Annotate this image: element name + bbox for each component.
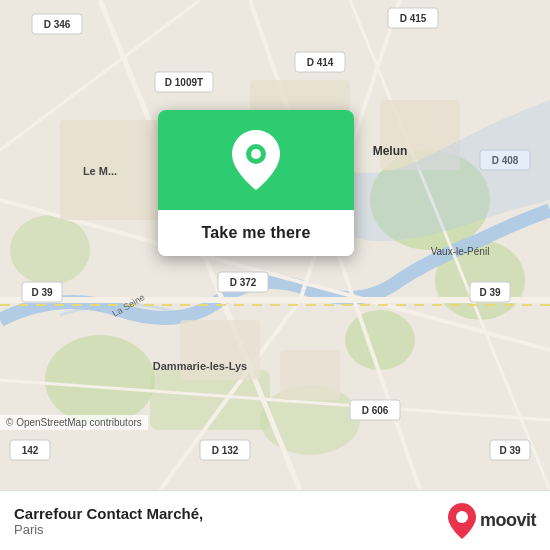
moovit-pin-icon [448,503,476,539]
svg-text:D 39: D 39 [479,287,501,298]
svg-text:D 372: D 372 [230,277,257,288]
svg-text:Dammarie-les-Lys: Dammarie-les-Lys [153,360,247,372]
place-city: Paris [14,522,438,537]
svg-text:D 415: D 415 [400,13,427,24]
svg-text:D 39: D 39 [31,287,53,298]
bottom-info: Carrefour Contact Marché, Paris [14,505,438,537]
svg-rect-22 [280,350,340,400]
svg-text:142: 142 [22,445,39,456]
svg-point-54 [456,511,468,523]
svg-text:D 606: D 606 [362,405,389,416]
svg-text:Vaux-le-Pénil: Vaux-le-Pénil [431,246,490,257]
svg-text:D 1009T: D 1009T [165,77,203,88]
svg-point-4 [45,335,155,425]
svg-text:D 346: D 346 [44,19,71,30]
svg-text:D 132: D 132 [212,445,239,456]
moovit-logo: moovit [448,503,536,539]
svg-point-5 [10,215,90,285]
popup-header [158,110,354,210]
svg-text:Le M...: Le M... [83,165,117,177]
place-name: Carrefour Contact Marché, [14,505,438,522]
take-me-there-button[interactable]: Take me there [158,210,354,256]
popup-card: Take me there [158,110,354,256]
moovit-logo-text: moovit [480,510,536,531]
svg-text:Melun: Melun [373,144,408,158]
svg-text:D 39: D 39 [499,445,521,456]
svg-text:D 414: D 414 [307,57,334,68]
svg-point-53 [251,149,261,159]
svg-point-3 [345,310,415,370]
copyright-text: © OpenStreetMap contributors [0,415,148,430]
map-container: D 346 D 415 D 408 D 1009T D 414 D 39 D 3… [0,0,550,490]
bottom-bar: Carrefour Contact Marché, Paris moovit [0,490,550,550]
location-pin-icon [232,130,280,190]
